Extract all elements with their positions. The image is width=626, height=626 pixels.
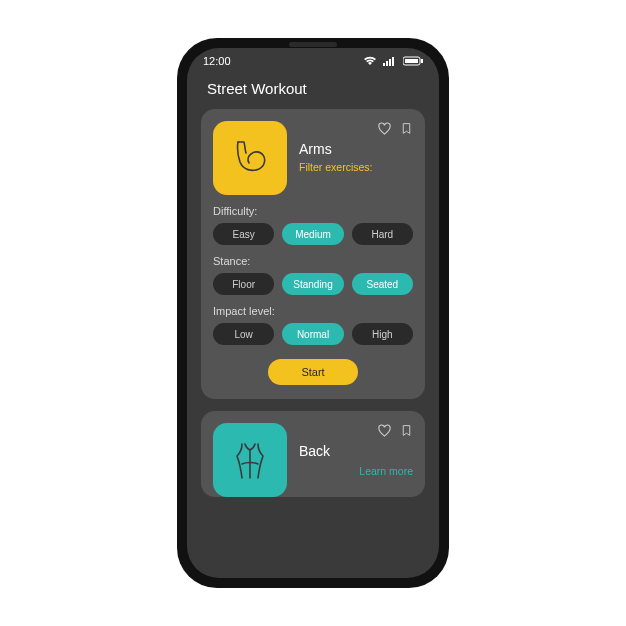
chip-stance-standing[interactable]: Standing: [282, 273, 343, 295]
chip-difficulty-medium[interactable]: Medium: [282, 223, 343, 245]
card-title: Back: [299, 443, 413, 459]
chip-impact-normal[interactable]: Normal: [282, 323, 343, 345]
favorite-icon[interactable]: [377, 423, 392, 442]
favorite-icon[interactable]: [377, 121, 392, 140]
screen: 12:00 Street Workout: [187, 48, 439, 578]
filter-stance: Stance: Floor Standing Seated: [213, 255, 413, 295]
svg-rect-6: [421, 59, 423, 63]
filter-label-impact: Impact level:: [213, 305, 413, 317]
signal-icon: [383, 56, 397, 66]
wifi-icon: [363, 56, 377, 66]
phone-frame: 12:00 Street Workout: [177, 38, 449, 588]
filter-label-stance: Stance:: [213, 255, 413, 267]
svg-rect-2: [389, 59, 391, 66]
chip-difficulty-hard[interactable]: Hard: [352, 223, 413, 245]
bookmark-icon[interactable]: [400, 423, 413, 442]
arms-thumbnail: [213, 121, 287, 195]
speaker-slot: [289, 42, 337, 47]
chip-impact-high[interactable]: High: [352, 323, 413, 345]
status-time: 12:00: [203, 55, 231, 67]
svg-rect-5: [405, 59, 418, 63]
start-button[interactable]: Start: [268, 359, 358, 385]
chip-stance-floor[interactable]: Floor: [213, 273, 274, 295]
svg-rect-1: [386, 61, 388, 66]
filter-difficulty: Difficulty: Easy Medium Hard: [213, 205, 413, 245]
card-title: Arms: [299, 141, 413, 157]
card-header: Arms Filter exercises:: [213, 121, 413, 195]
chip-difficulty-easy[interactable]: Easy: [213, 223, 274, 245]
svg-rect-3: [392, 57, 394, 66]
bookmark-icon[interactable]: [400, 121, 413, 140]
status-bar: 12:00: [187, 48, 439, 74]
status-icons: [363, 56, 423, 66]
filter-impact: Impact level: Low Normal High: [213, 305, 413, 345]
battery-icon: [403, 56, 423, 66]
back-torso-icon: [226, 434, 274, 486]
filter-label-difficulty: Difficulty:: [213, 205, 413, 217]
filter-exercises-label: Filter exercises:: [299, 161, 413, 173]
chip-stance-seated[interactable]: Seated: [352, 273, 413, 295]
workout-card-back[interactable]: Back Learn more: [201, 411, 425, 497]
workout-card-arms: Arms Filter exercises: Difficulty: Easy …: [201, 109, 425, 399]
card-header: Back Learn more: [213, 423, 413, 497]
bicep-icon: [226, 132, 274, 184]
svg-rect-0: [383, 63, 385, 66]
learn-more-link[interactable]: Learn more: [299, 465, 413, 477]
page-title: Street Workout: [187, 74, 439, 109]
chip-impact-low[interactable]: Low: [213, 323, 274, 345]
back-thumbnail: [213, 423, 287, 497]
